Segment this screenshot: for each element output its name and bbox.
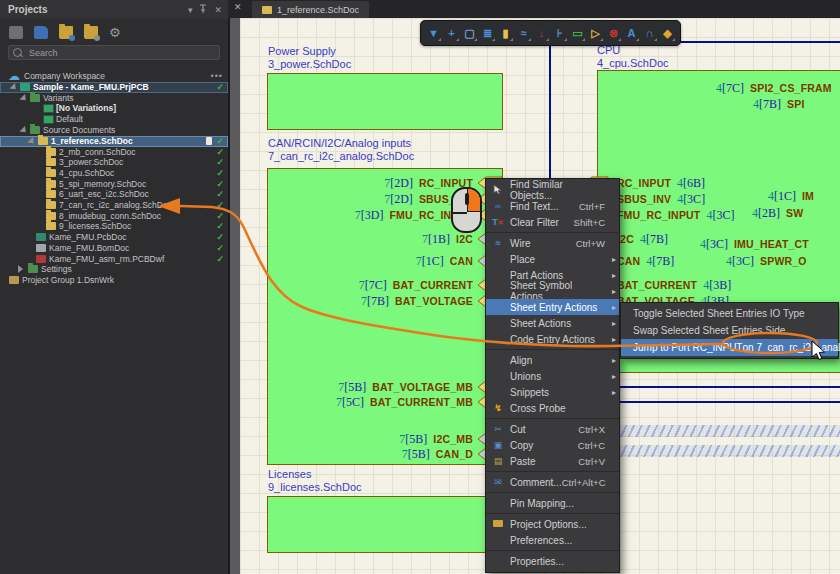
place-wire-icon[interactable]: ≈ xyxy=(515,24,532,42)
wire-vertical[interactable] xyxy=(549,41,551,184)
filter-icon[interactable]: ▼ xyxy=(425,24,442,42)
select-area-icon[interactable]: ▢ xyxy=(461,24,478,42)
menu-item-align[interactable]: Align▸ xyxy=(486,352,619,368)
power-port-icon[interactable]: ↓ xyxy=(533,24,550,42)
menu-item-clear-filter[interactable]: T✕Clear FilterShift+C xyxy=(486,214,619,230)
no-erc-icon[interactable]: ⊗ xyxy=(605,24,622,42)
tree-item-source-documents[interactable]: Source Documents xyxy=(0,125,228,136)
open-folder-icon[interactable] xyxy=(59,26,73,39)
menu-item-unions[interactable]: Unions▸ xyxy=(486,368,619,384)
ordering-icon[interactable]: ≣ xyxy=(479,24,496,42)
submenu-item-jump-to-port-rc-input-on-7-can-rc-i2c-an[interactable]: Jump to Port RC_INPUT on 7_can_rc_i2c_an… xyxy=(621,339,838,356)
menu-item-find-text-[interactable]: ∞Find Text...Ctrl+F xyxy=(486,198,619,214)
sheet-symbol-power[interactable] xyxy=(267,73,503,130)
place-pin-icon[interactable]: ⊦ xyxy=(551,24,568,42)
submenu-item-swap-selected-sheet-entries-side[interactable]: Swap Selected Sheet Entries Side xyxy=(621,322,838,339)
tree-item-company-workspace[interactable]: ☁Company Workspace••• xyxy=(0,71,228,82)
tree-item-label: [No Variations] xyxy=(56,103,116,113)
search-input[interactable] xyxy=(27,47,215,59)
tree-item-4-cpu-schdoc[interactable]: 4_cpu.SchDoc✓ xyxy=(0,168,228,179)
tree-item-label: 2_mb_conn.SchDoc xyxy=(59,147,136,157)
sync-document-icon[interactable] xyxy=(34,26,48,39)
arc-icon[interactable]: ∩ xyxy=(641,24,658,42)
panel-pin-icon[interactable] xyxy=(199,4,207,15)
cpu-sheet-entry-imu_heat_ct[interactable]: 4[3C]IMU_HEAT_CT xyxy=(700,237,809,251)
tree-item-3-power-schdoc[interactable]: 3_power.SchDoc✓ xyxy=(0,157,228,168)
polygon-icon[interactable]: ◆ xyxy=(659,24,676,42)
menu-item-pin-mapping-[interactable]: Pin Mapping... xyxy=(486,495,619,511)
menu-item-wire[interactable]: ≈WireCtrl+W xyxy=(486,235,619,251)
tree-item-project-group-1-dsnwrk[interactable]: Project Group 1.DsnWrk xyxy=(0,275,228,286)
menu-item-code-entry-actions[interactable]: Code Entry Actions▸ xyxy=(486,331,619,347)
tree-item-sample-kame-fmu-prjpcb[interactable]: Sample - Kame_FMU.PrjPCB✓ xyxy=(0,82,228,93)
sheet-symbol-licenses[interactable] xyxy=(267,496,503,553)
menu-item-properties-[interactable]: Properties... xyxy=(486,553,619,569)
tree-item-6-uart-esc-i2c-schdoc[interactable]: 6_uart_esc_i2c.SchDoc✓ xyxy=(0,189,228,200)
yfolder-icon xyxy=(46,222,56,230)
sheet-entry-bat_voltage_mb[interactable]: 7[5B]BAT_VOLTAGE_MB xyxy=(240,380,503,394)
place-part-icon[interactable]: ▮ xyxy=(497,24,514,42)
menu-item-place[interactable]: Place▸ xyxy=(486,251,619,267)
search-box[interactable] xyxy=(8,45,220,60)
collapsed-arrow-icon[interactable] xyxy=(18,265,23,273)
sheet-symbol-icon[interactable]: ▭ xyxy=(569,24,586,42)
sheet-filename: 7_can_rc_i2c_analog.SchDoc xyxy=(268,150,414,163)
menu-item-cut[interactable]: ✂CutCtrl+X xyxy=(486,421,619,437)
cpu-sheet-entry-spwr_o[interactable]: 4[3C]SPWR_O xyxy=(726,254,807,268)
cpu-sheet-entry-spi2_cs_fram[interactable]: 4[7C]SPI2_CS_FRAM xyxy=(716,81,832,95)
folder-settings-icon[interactable] xyxy=(84,26,98,39)
sheet-entry-bat_voltage[interactable]: 7[7B]BAT_VOLTAGE xyxy=(240,294,503,308)
sheet-entry-can[interactable]: 7[1C]CAN xyxy=(240,254,503,268)
tree-item-kame-fmu-pcbdoc[interactable]: Kame_FMU.PcbDoc✓ xyxy=(0,232,228,243)
tree-item-kame-fmu-bomdoc[interactable]: Kame_FMU.BomDoc✓ xyxy=(0,243,228,254)
menu-item-cross-probe[interactable]: ↯Cross Probe xyxy=(486,400,619,416)
menu-item-sheet-entry-actions[interactable]: Sheet Entry Actions▸ xyxy=(486,299,619,315)
expanded-arrow-icon[interactable] xyxy=(9,82,18,91)
panel-dropdown-icon[interactable]: ▾ xyxy=(188,5,193,15)
submenu-item-toggle-selected-sheet-entries-io-type[interactable]: Toggle Selected Sheet Entries IO Type xyxy=(621,305,838,322)
tree-item-7-can-rc-i2c-analog-schdoc[interactable]: 7_can_rc_i2c_analog.SchDoc✓ xyxy=(0,200,228,211)
expanded-arrow-icon[interactable] xyxy=(19,93,28,102)
entry-label: IMU_HEAT_CT xyxy=(734,238,809,250)
tab-1-reference[interactable]: 1_reference.SchDoc xyxy=(252,1,369,18)
menu-item-find-similar-objects-[interactable]: Find Similar Objects... xyxy=(486,182,619,198)
sheet-entry-bat_current[interactable]: 7[7C]BAT_CURRENT xyxy=(240,278,503,292)
tree-item-settings[interactable]: Settings xyxy=(0,264,228,275)
tree-item-label: Project Group 1.DsnWrk xyxy=(22,275,114,285)
close-icon[interactable]: ✕ xyxy=(234,2,242,12)
sheet-entry-i2c[interactable]: 7[1B]I2C xyxy=(240,232,503,246)
tree-item-9-licenses-schdoc[interactable]: 9_licenses.SchDoc✓ xyxy=(0,221,228,232)
cpu-sheet-entry-im[interactable]: 4[1C]IM xyxy=(768,189,814,203)
tree-item-label: Variants xyxy=(43,93,74,103)
panel-splitter[interactable] xyxy=(228,18,240,574)
cpu-sheet-entry-sw[interactable]: 4[2B]SW xyxy=(752,206,803,220)
sheet-entry-can_d[interactable]: 7[5B]CAN_D xyxy=(240,447,503,461)
menu-item-project-options-[interactable]: Project Options... xyxy=(486,516,619,532)
expanded-arrow-icon[interactable] xyxy=(27,136,36,145)
submenu-item-label: Toggle Selected Sheet Entries IO Type xyxy=(633,308,805,319)
menu-item-copy[interactable]: ▣CopyCtrl+C xyxy=(486,437,619,453)
menu-item-paste[interactable]: ▤PasteCtrl+V xyxy=(486,453,619,469)
cpu-sheet-entry-spi[interactable]: 4[7B]SPI xyxy=(753,97,805,111)
menu-item-sheet-symbol-actions[interactable]: Sheet Symbol Actions▸ xyxy=(486,283,619,299)
clear-filter-icon: T✕ xyxy=(490,217,506,227)
expanded-arrow-icon[interactable] xyxy=(19,125,28,134)
tree-item-default[interactable]: Default xyxy=(0,114,228,125)
save-icon[interactable] xyxy=(9,26,23,39)
cross-cursor-icon[interactable]: + xyxy=(443,24,460,42)
text-string-icon[interactable]: A xyxy=(623,24,640,42)
menu-item-comment-[interactable]: ✉Comment...Ctrl+Alt+C xyxy=(486,474,619,490)
menu-item-preferences-[interactable]: Preferences... xyxy=(486,532,619,548)
tree-item-1-reference-schdoc[interactable]: 1_reference.SchDoc✓ xyxy=(0,136,228,147)
menu-shortcut: Ctrl+V xyxy=(578,456,605,467)
menu-item-snippets[interactable]: Snippets▸ xyxy=(486,384,619,400)
more-options-icon[interactable]: ••• xyxy=(211,71,223,81)
panel-close-icon[interactable]: ✕ xyxy=(214,5,222,15)
sheet-entry-icon[interactable]: ▷ xyxy=(587,24,604,42)
menu-item-sheet-actions[interactable]: Sheet Actions▸ xyxy=(486,315,619,331)
panel-gear-icon[interactable]: ⚙ xyxy=(109,26,123,39)
tree-item--no-variations-[interactable]: [No Variations] xyxy=(0,103,228,114)
sheet-entry-bat_current_mb[interactable]: 7[5C]BAT_CURRENT_MB xyxy=(240,395,503,409)
tree-item-label: Kame_FMU.PcbDoc xyxy=(49,232,126,242)
sheet-entry-i2c_mb[interactable]: 7[5B]I2C_MB xyxy=(240,432,503,446)
